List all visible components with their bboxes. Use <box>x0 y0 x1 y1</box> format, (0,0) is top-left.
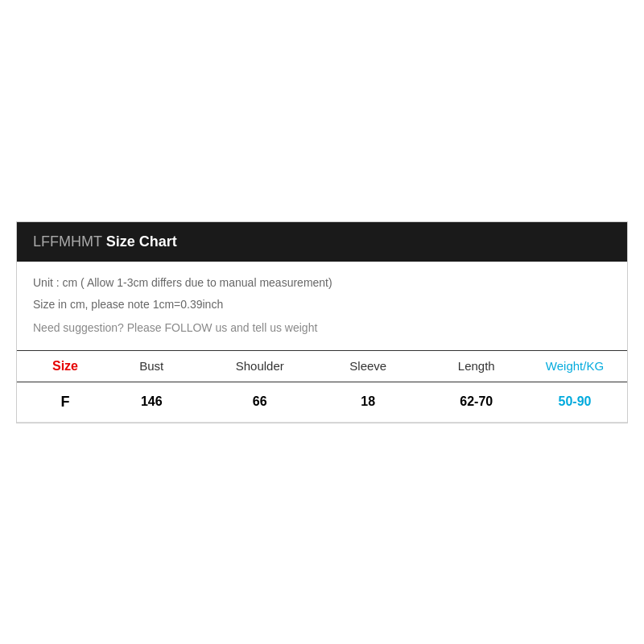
chart-title-text: Size Chart <box>106 233 177 250</box>
chart-info: Unit : cm ( Allow 1-3cm differs due to m… <box>17 262 627 350</box>
col-header-length: Length <box>423 359 531 374</box>
brand-name: LFFMHMT <box>33 233 102 250</box>
col-header-shoulder: Shoulder <box>206 359 315 374</box>
cell-weight: 50-90 <box>530 394 627 409</box>
table-header-row: Size Bust Shoulder Sleeve Length Weight/… <box>17 350 627 382</box>
info-line-1: Unit : cm ( Allow 1-3cm differs due to m… <box>33 275 611 291</box>
col-header-sleeve: Sleeve <box>314 359 423 374</box>
cell-bust: 146 <box>97 394 206 409</box>
cell-shoulder: 66 <box>206 394 315 409</box>
col-header-bust: Bust <box>97 359 206 374</box>
chart-title: LFFMHMT Size Chart <box>33 233 177 250</box>
cell-sleeve: 18 <box>314 394 423 409</box>
table-row: F 146 66 18 62-70 50-90 <box>17 382 627 423</box>
page-wrapper: LFFMHMT Size Chart Unit : cm ( Allow 1-3… <box>0 0 644 644</box>
chart-header: LFFMHMT Size Chart <box>17 222 627 262</box>
cell-length: 62-70 <box>423 394 531 409</box>
col-header-size: Size <box>17 359 97 374</box>
col-header-weight: Weight/KG <box>530 359 627 374</box>
chart-table: Size Bust Shoulder Sleeve Length Weight/… <box>17 350 627 423</box>
size-chart-container: LFFMHMT Size Chart Unit : cm ( Allow 1-3… <box>16 221 628 423</box>
cell-size: F <box>17 394 97 411</box>
info-suggestion: Need suggestion? Please FOLLOW us and te… <box>33 321 611 342</box>
info-line-2: Size in cm, please note 1cm=0.39inch <box>33 296 611 313</box>
